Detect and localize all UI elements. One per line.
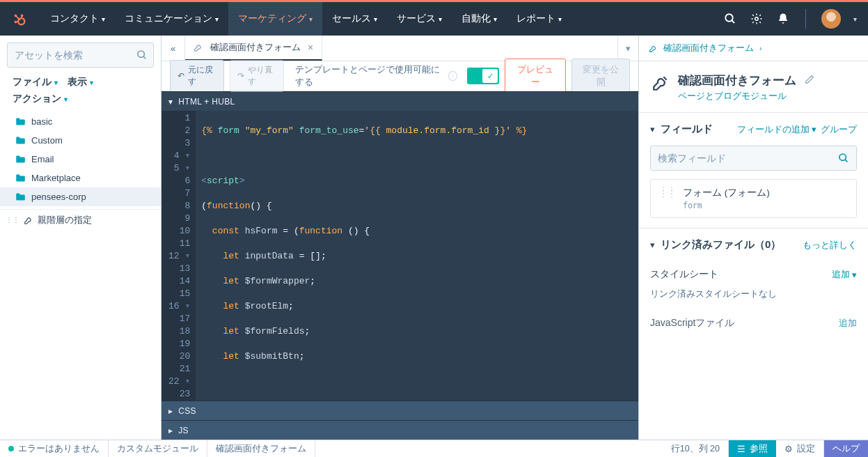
info-icon[interactable]: i: [448, 71, 457, 81]
breadcrumb-module-name[interactable]: 確認画面付きフォーム: [207, 440, 315, 457]
undo-button[interactable]: ↶元に戻す: [170, 60, 224, 92]
menu-file[interactable]: ファイル▾: [13, 76, 58, 88]
folder-icon: [15, 117, 26, 126]
chevron-down-icon: ▾: [168, 97, 173, 107]
nav-automation[interactable]: 自動化▾: [452, 2, 507, 36]
nav-report[interactable]: レポート▾: [507, 2, 571, 36]
nav-sales[interactable]: セールス▾: [322, 2, 387, 36]
nav-contacts[interactable]: コンタクト▾: [40, 2, 115, 36]
wrench-icon: [652, 74, 670, 102]
drag-handle-icon: ⋮⋮: [6, 219, 19, 222]
svg-line-11: [143, 56, 145, 59]
section-css[interactable]: ▸CSS: [161, 401, 638, 420]
menu-action[interactable]: アクション▾: [13, 93, 68, 105]
wrench-icon: [194, 42, 203, 52]
section-html-hubl[interactable]: ▾HTML + HUBL: [161, 91, 638, 111]
svg-line-4: [15, 15, 19, 20]
more-link[interactable]: もっと詳しく: [803, 239, 857, 251]
search-icon[interactable]: [838, 153, 849, 164]
svg-line-6: [15, 22, 19, 22]
field-search-input[interactable]: [658, 153, 838, 164]
wrench-icon: [649, 44, 658, 53]
publish-button: 変更を公開: [571, 59, 630, 93]
bell-icon[interactable]: [776, 12, 790, 26]
folder-email[interactable]: Email: [0, 150, 161, 169]
editor-toolbar: ↶元に戻す ↷やり直す テンプレートとページで使用可能にする i ✓ プレビュー…: [161, 61, 638, 91]
code-editor[interactable]: 1234 ▾5 ▾6789101112 ▾13141516 ▾171819202…: [161, 111, 638, 401]
tab-menu-chevron[interactable]: ▾: [617, 36, 638, 61]
module-title: 確認画面付きフォーム: [678, 72, 796, 88]
gear-icon[interactable]: [750, 12, 764, 26]
breadcrumb-custom-module[interactable]: カスタムモジュール: [109, 440, 207, 457]
chevron-down-icon: ▾: [650, 124, 655, 134]
account-menu-chevron[interactable]: ▾: [853, 15, 857, 23]
code-content[interactable]: {% form "my_form" form_to_use='{{ module…: [196, 111, 638, 401]
asset-search[interactable]: [7, 42, 154, 68]
check-icon: ✓: [482, 69, 498, 83]
field-search[interactable]: [650, 146, 857, 171]
list-icon: ☰: [737, 444, 745, 454]
nav-communication[interactable]: コミュニケーション▾: [115, 2, 228, 36]
tab-bar: « 確認画面付きフォーム × ▾: [161, 36, 638, 61]
svg-line-5: [22, 15, 22, 19]
chevron-down-icon: ▾: [650, 240, 655, 250]
tab-title: 確認画面付きフォーム: [210, 41, 301, 54]
nav-service[interactable]: サービス▾: [387, 2, 452, 36]
add-field-link[interactable]: フィールドの追加 ▾: [737, 123, 816, 136]
collapse-left-icon[interactable]: «: [161, 36, 185, 61]
redo-button: ↷やり直す: [230, 60, 284, 92]
ancestor-spec[interactable]: ⋮⋮ 親階層の指定: [0, 209, 161, 231]
main-nav: コンタクト▾ コミュニケーション▾ マーケティング▾ セールス▾ サービス▾ 自…: [0, 2, 868, 36]
folder-custom[interactable]: Custom: [0, 131, 161, 150]
drag-handle-icon: ⋮⋮⋮⋮: [659, 187, 676, 196]
availability-toggle[interactable]: ✓: [467, 68, 500, 84]
availability-label: テンプレートとページで使用可能にする: [295, 63, 440, 88]
reference-button[interactable]: ☰参照: [729, 440, 776, 457]
module-subtitle-link[interactable]: ページとブログモジュール: [678, 90, 796, 102]
close-icon[interactable]: ×: [308, 42, 313, 53]
svg-point-12: [839, 154, 846, 160]
settings-button[interactable]: ⚙設定: [776, 440, 824, 457]
js-file-label: JavaScriptファイル: [650, 317, 734, 330]
folder-icon: [15, 155, 26, 164]
left-panel: ファイル▾ 表示▾ アクション▾ basic Custom Email Mark…: [0, 36, 161, 440]
folder-tree: basic Custom Email Marketplace pensees-c…: [0, 109, 161, 209]
search-icon[interactable]: [136, 49, 148, 61]
status-bar: エラーはありません カスタムモジュール 確認画面付きフォーム 行10、列 20 …: [0, 440, 868, 457]
section-linked-files[interactable]: ▾ リンク済みファイル（0） もっと詳しく: [639, 228, 868, 261]
add-js-link[interactable]: 追加: [839, 317, 857, 330]
folder-icon: [15, 173, 26, 183]
edit-icon[interactable]: [805, 75, 814, 102]
preview-button[interactable]: プレビュー: [505, 59, 566, 93]
breadcrumb[interactable]: 確認画面付きフォーム ›: [639, 36, 868, 61]
section-fields[interactable]: ▾ フィールド フィールドの追加 ▾ グループ: [639, 113, 868, 146]
asset-search-input[interactable]: [15, 49, 136, 61]
svg-line-13: [845, 160, 847, 162]
folder-pensees-corp[interactable]: pensees-corp: [0, 187, 161, 206]
group-link[interactable]: グループ: [821, 123, 857, 136]
nav-marketing[interactable]: マーケティング▾: [228, 2, 322, 36]
chevron-right-icon: ▸: [168, 426, 173, 435]
chevron-right-icon: ›: [759, 45, 762, 52]
cursor-position: 行10、列 20: [663, 440, 729, 457]
gear-icon: ⚙: [784, 444, 793, 454]
menu-view[interactable]: 表示▾: [68, 76, 93, 88]
folder-basic[interactable]: basic: [0, 112, 161, 131]
tab-module[interactable]: 確認画面付きフォーム ×: [185, 36, 322, 61]
wrench-icon: [24, 215, 33, 225]
search-icon[interactable]: [723, 12, 737, 26]
svg-point-9: [755, 17, 759, 21]
folder-marketplace[interactable]: Marketplace: [0, 169, 161, 187]
folder-icon: [15, 136, 26, 145]
hubspot-logo[interactable]: [11, 11, 26, 26]
stylesheet-label: スタイルシート: [650, 268, 718, 281]
section-js[interactable]: ▸JS: [161, 420, 638, 440]
help-button[interactable]: ヘルプ: [824, 440, 868, 457]
field-card-form[interactable]: ⋮⋮⋮⋮ フォーム (フォーム) form: [650, 179, 857, 218]
chevron-right-icon: ▸: [168, 406, 173, 416]
avatar[interactable]: [821, 9, 841, 29]
add-stylesheet-link[interactable]: 追加 ▾: [832, 268, 857, 281]
status-dot-icon: [8, 446, 14, 451]
error-status[interactable]: エラーはありません: [0, 440, 109, 457]
svg-line-8: [732, 20, 734, 23]
